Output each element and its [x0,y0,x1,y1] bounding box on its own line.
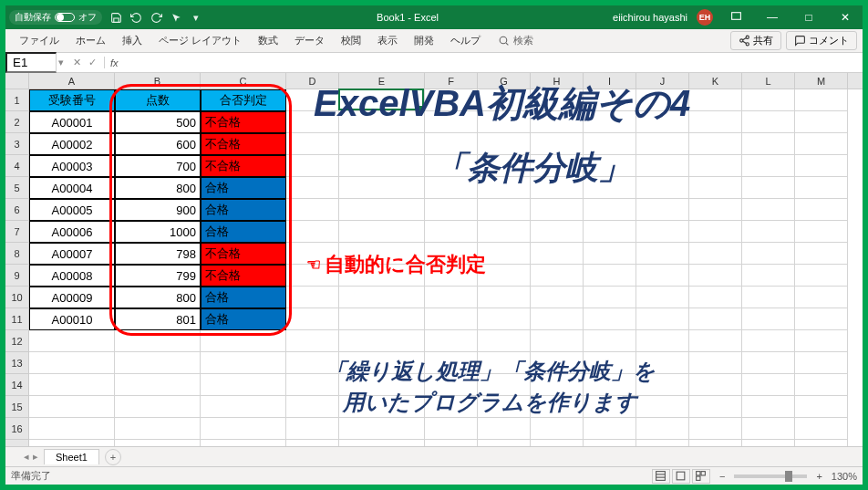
cell[interactable] [286,155,339,177]
cell[interactable] [795,133,848,155]
cell[interactable] [689,287,742,308]
column-header[interactable]: L [742,73,795,89]
cell[interactable] [29,374,115,396]
cell[interactable] [742,89,795,111]
cell[interactable] [286,287,339,308]
cell[interactable] [478,374,531,396]
cell[interactable] [425,89,478,111]
cell[interactable] [531,243,584,265]
cell[interactable]: A00008 [29,265,115,287]
sheet-nav-next-icon[interactable]: ▸ [33,451,38,463]
cell[interactable]: 不合格 [201,265,286,287]
cell[interactable]: 801 [115,308,201,330]
cell[interactable] [689,243,742,265]
cell[interactable] [531,177,584,199]
row-header[interactable]: 9 [5,265,29,287]
save-icon[interactable] [109,11,122,24]
name-box[interactable] [5,52,57,73]
cell[interactable] [115,352,201,374]
cell[interactable] [531,287,584,308]
cell[interactable] [584,221,636,243]
cell[interactable] [29,440,115,446]
cell[interactable] [425,440,478,446]
row-header[interactable]: 5 [5,177,29,199]
cell[interactable] [115,418,201,440]
cell[interactable] [795,287,848,308]
cell[interactable] [478,133,531,155]
column-header[interactable]: K [689,73,742,89]
cell[interactable] [286,308,339,330]
cell[interactable] [339,155,425,177]
cell[interactable]: 799 [115,265,201,287]
cell[interactable]: 受験番号 [29,89,115,111]
cell[interactable] [339,199,425,221]
cell[interactable] [742,374,795,396]
cell[interactable] [742,243,795,265]
maximize-icon[interactable]: □ [795,11,822,24]
tell-me-search[interactable]: 検索 [489,34,726,47]
cell[interactable] [531,221,584,243]
cell[interactable] [29,352,115,374]
column-header[interactable]: D [286,73,339,89]
cell[interactable] [636,177,689,199]
cell[interactable] [636,243,689,265]
column-header[interactable]: I [584,73,636,89]
page-break-view-icon[interactable] [692,469,710,484]
cell[interactable] [201,352,286,374]
cell[interactable] [425,111,478,133]
cell[interactable] [531,352,584,374]
cell[interactable] [584,418,636,440]
cell[interactable] [286,352,339,374]
tab-developer[interactable]: 開発 [406,30,442,51]
cell[interactable] [115,330,201,352]
cell[interactable] [425,177,478,199]
ribbon-display-icon[interactable] [722,10,749,25]
cell[interactable] [584,287,636,308]
cell[interactable] [286,374,339,396]
cell[interactable] [742,111,795,133]
column-header[interactable]: B [115,73,201,89]
cell[interactable] [201,418,286,440]
cell[interactable] [29,330,115,352]
column-header[interactable]: M [795,73,848,89]
row-header[interactable]: 2 [5,111,29,133]
cell[interactable] [425,374,478,396]
cell[interactable] [689,374,742,396]
tab-help[interactable]: ヘルプ [442,30,489,51]
cell[interactable] [339,89,425,111]
cell[interactable] [636,308,689,330]
cell[interactable] [584,243,636,265]
cell[interactable] [636,199,689,221]
cell[interactable] [339,287,425,308]
new-sheet-button[interactable]: + [105,449,121,465]
cell[interactable] [339,440,425,446]
cell[interactable] [636,374,689,396]
tab-pagelayout[interactable]: ページ レイアウト [150,30,250,51]
cell[interactable]: 合格 [201,177,286,199]
cell[interactable] [425,308,478,330]
cell[interactable] [795,396,848,418]
cell[interactable] [795,89,848,111]
row-header[interactable]: 13 [5,352,29,374]
cell[interactable]: 500 [115,111,201,133]
row-header[interactable]: 8 [5,243,29,265]
cell[interactable]: 1000 [115,221,201,243]
cell[interactable] [795,199,848,221]
cell[interactable] [478,177,531,199]
cell[interactable] [795,243,848,265]
cell[interactable]: A00005 [29,199,115,221]
cell[interactable] [478,221,531,243]
cell[interactable]: A00001 [29,111,115,133]
cell[interactable] [339,352,425,374]
cell[interactable] [636,330,689,352]
cell[interactable] [286,440,339,446]
cell[interactable] [339,418,425,440]
cell[interactable]: 800 [115,177,201,199]
cell[interactable] [795,374,848,396]
column-header[interactable]: G [478,73,531,89]
cell[interactable] [689,418,742,440]
cell[interactable] [115,440,201,446]
cell[interactable] [339,111,425,133]
cell[interactable] [201,374,286,396]
cell[interactable] [795,352,848,374]
